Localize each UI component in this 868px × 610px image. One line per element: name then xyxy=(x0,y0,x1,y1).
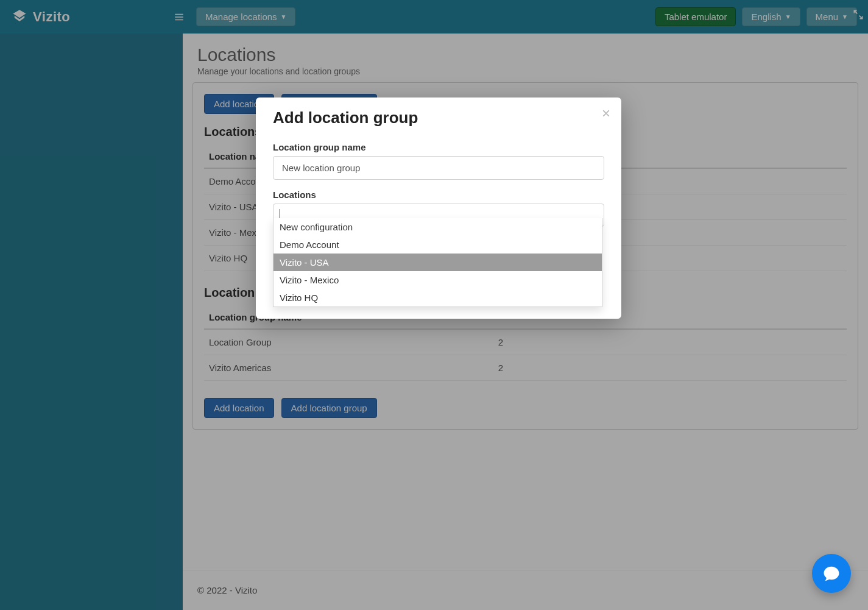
group-name-label: Location group name xyxy=(273,142,604,152)
close-button[interactable]: × xyxy=(602,106,610,121)
dropdown-option[interactable]: Demo Account xyxy=(273,236,602,254)
chat-button[interactable] xyxy=(812,554,851,593)
dropdown-option[interactable]: Vizito HQ xyxy=(273,289,602,307)
chat-icon xyxy=(822,564,841,583)
dropdown-option[interactable]: Vizito - Mexico xyxy=(273,271,602,289)
add-location-group-modal: Add location group × Location group name… xyxy=(256,98,621,319)
locations-dropdown: New configuration Demo Account Vizito - … xyxy=(273,218,602,307)
modal-title: Add location group xyxy=(273,108,604,127)
dropdown-option[interactable]: Vizito - USA xyxy=(273,254,602,271)
group-name-input[interactable] xyxy=(273,156,604,180)
close-icon: × xyxy=(602,105,610,121)
locations-field-label: Locations xyxy=(273,190,604,200)
dropdown-option[interactable]: New configuration xyxy=(273,218,602,236)
